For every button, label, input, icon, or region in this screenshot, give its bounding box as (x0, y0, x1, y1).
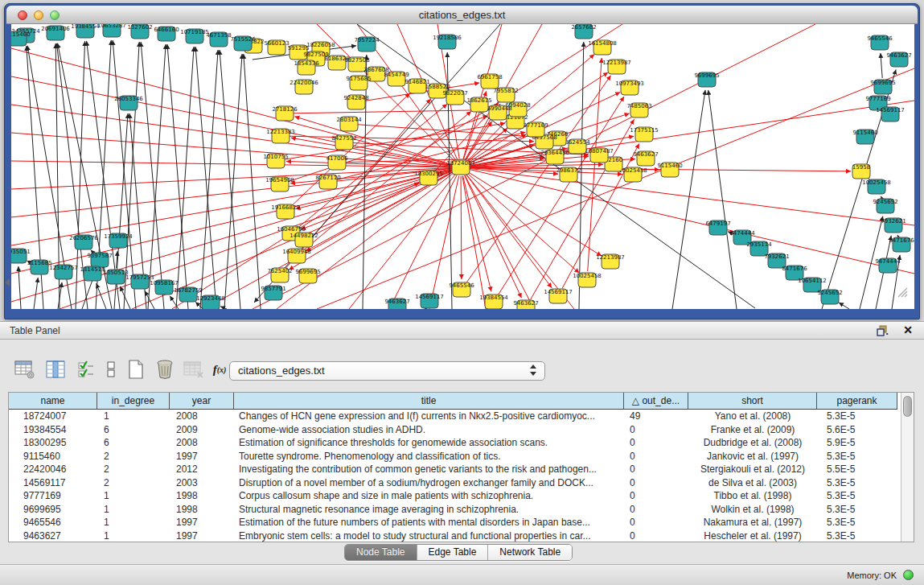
vertical-scrollbar[interactable] (901, 393, 914, 542)
table-cell[interactable]: 1 (97, 410, 170, 423)
table-cell[interactable]: Structural magnetic resonance image aver… (234, 503, 624, 517)
column-header-indegree[interactable]: in_degree (97, 393, 170, 409)
table-cell[interactable]: 5.3E-5 (817, 529, 897, 543)
table-row[interactable]: 946362711997Embryonic stem cells: a mode… (9, 529, 897, 543)
table-cell[interactable]: 0 (624, 436, 688, 450)
table-cell[interactable]: 9699695 (9, 503, 97, 517)
table-cell[interactable]: 5.3E-5 (817, 450, 897, 463)
table-cell[interactable]: 2008 (170, 436, 234, 450)
table-cell[interactable]: 9465546 (9, 516, 97, 529)
column-header-year[interactable]: year (170, 393, 234, 409)
table-cell[interactable]: 49 (624, 410, 688, 423)
table-body[interactable]: 1872400712008Changes of HCN gene express… (9, 410, 897, 542)
table-header-row[interactable]: namein_degreeyeartitle△ out_de...shortpa… (9, 393, 897, 410)
column-header-outde[interactable]: △ out_de... (624, 393, 688, 409)
table-cell[interactable]: Genome-wide association studies in ADHD. (234, 423, 624, 437)
table-row[interactable]: 969969511998Structural magnetic resonanc… (9, 503, 897, 517)
table-cell[interactable]: 19384554 (9, 423, 97, 437)
table-row[interactable]: 1830029562008Estimation of significance … (9, 436, 897, 450)
scrollbar-thumb[interactable] (903, 396, 912, 417)
column-header-title[interactable]: title (234, 393, 624, 409)
table-cell[interactable]: Tibbo et al. (1998) (688, 489, 817, 503)
resize-grip-icon[interactable] (896, 286, 908, 298)
table-cell[interactable]: Disruption of a novel member of a sodium… (234, 476, 624, 490)
table-row[interactable]: 1872400712008Changes of HCN gene express… (9, 410, 897, 423)
float-window-icon[interactable] (876, 324, 889, 337)
table-cell[interactable]: de Silva et al. (2003) (688, 476, 817, 490)
table-cell[interactable]: 0 (624, 476, 688, 490)
table-cell[interactable]: 2008 (170, 410, 234, 423)
tab-edge-table[interactable]: Edge Table (417, 545, 489, 560)
table-panel-titlebar[interactable]: Table Panel ✕ (0, 322, 924, 340)
tab-node-table[interactable]: Node Table (345, 545, 417, 560)
table-cell[interactable]: 6 (97, 423, 170, 437)
panel-collapse-arrow-icon[interactable] (5, 278, 10, 286)
table-row[interactable]: 911546021997Tourette syndrome. Phenomeno… (9, 450, 897, 463)
table-cell[interactable]: 9115460 (9, 450, 97, 463)
table-cell[interactable]: Estimation of the future numbers of pati… (234, 516, 624, 529)
table-cell[interactable]: 18300295 (9, 436, 97, 450)
table-settings-icon[interactable] (13, 357, 37, 381)
table-cell[interactable]: 1 (97, 489, 170, 503)
table-cell[interactable]: Tourette syndrome. Phenomenology and cla… (234, 450, 624, 463)
new-column-icon[interactable] (124, 357, 148, 381)
table-row[interactable]: 2242004622012Investigating the contribut… (9, 463, 897, 476)
table-cell[interactable]: Dudbridge et al. (2008) (688, 436, 817, 450)
table-cell[interactable]: Yano et al. (2008) (688, 410, 817, 423)
table-cell[interactable]: 22420046 (9, 463, 97, 476)
table-cell[interactable]: Wolkin et al. (1998) (688, 503, 817, 517)
table-cell[interactable]: 2 (97, 463, 170, 476)
citation-network-graph[interactable]: 1872400716154808122139871097349374850631… (11, 24, 914, 309)
table-row[interactable]: 1938455462009Genome-wide association stu… (9, 423, 897, 437)
table-cell[interactable]: Embryonic stem cells: a model to study s… (234, 529, 624, 543)
table-cell[interactable]: 5.3E-5 (817, 516, 897, 529)
table-cell[interactable]: 1997 (170, 516, 234, 529)
table-cell[interactable]: Changes of HCN gene expression and I(f) … (234, 410, 624, 423)
column-header-name[interactable]: name (9, 393, 97, 409)
table-cell[interactable]: 0 (624, 450, 688, 463)
table-cell[interactable]: 0 (624, 503, 688, 517)
table-cell[interactable]: 1 (97, 516, 170, 529)
table-cell[interactable]: 5.3E-5 (817, 476, 897, 490)
table-cell[interactable]: 5.6E-5 (817, 423, 897, 437)
table-cell[interactable]: 5.3E-5 (817, 503, 897, 517)
table-cell[interactable]: 0 (624, 489, 688, 503)
table-row[interactable]: 1456911722003Disruption of a novel membe… (9, 476, 897, 490)
table-cell[interactable]: 0 (624, 516, 688, 529)
table-cell[interactable]: Franke et al. (2009) (688, 423, 817, 437)
table-cell[interactable]: 6 (97, 436, 170, 450)
tab-network-table[interactable]: Network Table (488, 545, 572, 560)
table-cell[interactable]: Hescheler et al. (1997) (688, 529, 817, 543)
table-cell[interactable]: 1998 (170, 503, 234, 517)
select-all-icon[interactable] (74, 357, 98, 381)
table-cell[interactable]: 1 (97, 529, 170, 543)
column-header-pagerank[interactable]: pagerank (817, 393, 897, 409)
table-cell[interactable]: 9777169 (9, 489, 97, 503)
table-cell[interactable]: 2003 (170, 476, 234, 490)
table-selector-dropdown[interactable]: citations_edges.txt (229, 361, 545, 381)
table-cell[interactable]: 5.9E-5 (817, 436, 897, 450)
table-cell[interactable]: 2012 (170, 463, 234, 476)
table-cell[interactable]: 9463627 (9, 529, 97, 543)
column-header-short[interactable]: short (688, 393, 817, 409)
table-cell[interactable]: 1997 (170, 529, 234, 543)
table-cell[interactable]: Corpus callosum shape and size in male p… (234, 489, 624, 503)
table-row[interactable]: 977716911998Corpus callosum shape and si… (9, 489, 897, 503)
column-visibility-icon[interactable] (43, 357, 68, 381)
table-cell[interactable]: 1997 (170, 450, 234, 463)
table-cell[interactable]: Investigating the contribution of common… (234, 463, 624, 476)
table-cell[interactable]: 5.3E-5 (817, 410, 897, 423)
function-builder-icon[interactable]: f(x) (207, 357, 232, 381)
table-cell[interactable]: 5.3E-5 (817, 489, 897, 503)
table-cell[interactable]: Estimation of significance thresholds fo… (234, 436, 624, 450)
table-cell[interactable]: 2 (97, 476, 170, 490)
table-cell[interactable]: 14569117 (9, 476, 97, 490)
memory-ok-icon[interactable] (903, 570, 914, 580)
table-cell[interactable]: 1998 (170, 489, 234, 503)
table-cell[interactable]: 0 (624, 529, 688, 543)
table-cell[interactable]: 0 (624, 423, 688, 437)
table-cell[interactable]: 2 (97, 450, 170, 463)
close-icon[interactable]: ✕ (903, 323, 913, 336)
table-cell[interactable]: 18724007 (9, 410, 97, 423)
network-canvas[interactable]: 1872400716154808122139871097349374850631… (11, 24, 914, 309)
